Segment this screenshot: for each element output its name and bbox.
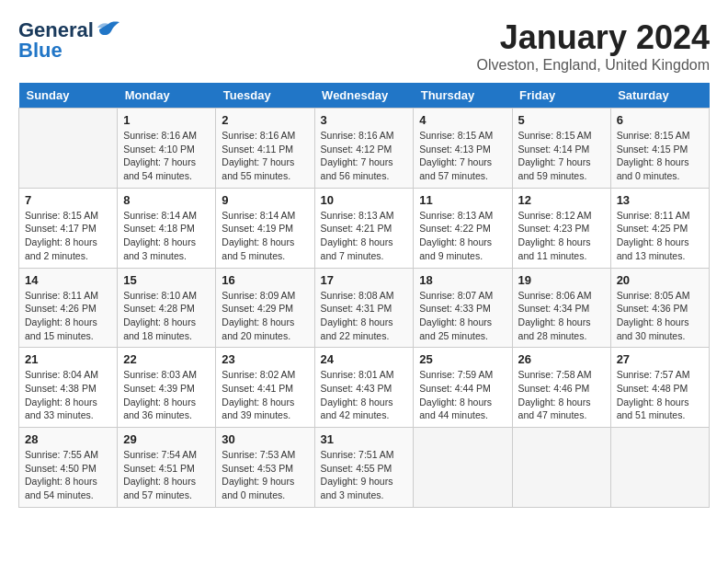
day-info: Sunrise: 7:57 AM Sunset: 4:48 PM Dayligh… [617,368,703,422]
page-header: General Blue January 2024 Olveston, Engl… [18,18,710,74]
sunrise-text: Sunrise: 8:11 AM [617,210,690,221]
daylight-text: Daylight: 8 hours and 44 minutes. [419,396,492,421]
sunset-text: Sunset: 4:50 PM [25,463,97,474]
day-number: 28 [25,432,111,446]
day-number: 29 [123,432,210,446]
weekday-header-monday: Monday [118,83,216,109]
day-number: 21 [25,352,111,366]
calendar-cell: 9 Sunrise: 8:14 AM Sunset: 4:19 PM Dayli… [216,188,314,268]
calendar-cell [414,428,512,508]
day-number: 5 [518,113,605,127]
calendar-cell: 24 Sunrise: 8:01 AM Sunset: 4:43 PM Dayl… [314,348,414,428]
sunset-text: Sunset: 4:19 PM [222,223,293,234]
sunrise-text: Sunrise: 8:03 AM [123,369,197,380]
day-info: Sunrise: 8:13 AM Sunset: 4:21 PM Dayligh… [321,209,408,263]
sunrise-text: Sunrise: 7:53 AM [222,449,295,460]
daylight-text: Daylight: 7 hours and 59 minutes. [518,156,591,181]
weekday-header-saturday: Saturday [610,83,709,109]
sunset-text: Sunset: 4:39 PM [123,383,195,394]
daylight-text: Daylight: 7 hours and 57 minutes. [419,156,492,181]
sunset-text: Sunset: 4:12 PM [321,144,392,155]
sunset-text: Sunset: 4:18 PM [123,223,195,234]
day-info: Sunrise: 8:16 AM Sunset: 4:12 PM Dayligh… [321,129,408,183]
sunrise-text: Sunrise: 8:13 AM [321,210,394,221]
sunrise-text: Sunrise: 8:10 AM [123,290,197,301]
daylight-text: Daylight: 8 hours and 47 minutes. [518,396,591,421]
calendar-cell: 11 Sunrise: 8:13 AM Sunset: 4:22 PM Dayl… [414,188,512,268]
daylight-text: Daylight: 7 hours and 54 minutes. [123,156,196,181]
calendar-cell: 22 Sunrise: 8:03 AM Sunset: 4:39 PM Dayl… [118,348,216,428]
day-info: Sunrise: 8:02 AM Sunset: 4:41 PM Dayligh… [222,368,308,422]
calendar-cell: 3 Sunrise: 8:16 AM Sunset: 4:12 PM Dayli… [314,109,414,189]
day-number: 13 [617,193,703,207]
day-info: Sunrise: 8:15 AM Sunset: 4:15 PM Dayligh… [617,129,703,183]
day-number: 7 [25,193,111,207]
weekday-header-sunday: Sunday [19,83,118,109]
calendar-cell [512,428,610,508]
day-number: 23 [222,352,308,366]
daylight-text: Daylight: 8 hours and 22 minutes. [321,316,393,341]
sunrise-text: Sunrise: 8:16 AM [222,130,295,141]
day-info: Sunrise: 8:06 AM Sunset: 4:34 PM Dayligh… [518,289,605,343]
sunrise-text: Sunrise: 8:01 AM [321,369,394,380]
calendar-cell: 10 Sunrise: 8:13 AM Sunset: 4:21 PM Dayl… [314,188,414,268]
sunrise-text: Sunrise: 8:05 AM [617,290,690,301]
daylight-text: Daylight: 8 hours and 54 minutes. [25,476,97,500]
sunset-text: Sunset: 4:22 PM [419,223,491,234]
daylight-text: Daylight: 9 hours and 3 minutes. [321,476,393,500]
sunrise-text: Sunrise: 8:12 AM [518,210,592,221]
daylight-text: Daylight: 8 hours and 18 minutes. [123,316,196,341]
daylight-text: Daylight: 8 hours and 3 minutes. [123,236,196,261]
calendar-cell: 27 Sunrise: 7:57 AM Sunset: 4:48 PM Dayl… [610,348,709,428]
daylight-text: Daylight: 8 hours and 13 minutes. [617,236,689,261]
daylight-text: Daylight: 8 hours and 30 minutes. [617,316,689,341]
day-info: Sunrise: 8:10 AM Sunset: 4:28 PM Dayligh… [123,289,210,343]
day-info: Sunrise: 8:11 AM Sunset: 4:26 PM Dayligh… [25,289,111,343]
calendar-cell: 2 Sunrise: 8:16 AM Sunset: 4:11 PM Dayli… [216,109,314,189]
calendar-cell: 18 Sunrise: 8:07 AM Sunset: 4:33 PM Dayl… [414,268,512,348]
daylight-text: Daylight: 9 hours and 0 minutes. [222,476,294,500]
day-number: 19 [518,273,605,287]
daylight-text: Daylight: 8 hours and 39 minutes. [222,396,294,421]
day-number: 11 [419,193,506,207]
day-info: Sunrise: 7:58 AM Sunset: 4:46 PM Dayligh… [518,368,605,422]
calendar-table: SundayMondayTuesdayWednesdayThursdayFrid… [18,83,710,508]
month-title: January 2024 [477,18,710,57]
sunset-text: Sunset: 4:36 PM [617,303,688,314]
calendar-week-row: 28 Sunrise: 7:55 AM Sunset: 4:50 PM Dayl… [19,428,710,508]
sunrise-text: Sunrise: 7:54 AM [123,449,197,460]
sunrise-text: Sunrise: 7:59 AM [419,369,493,380]
day-number: 18 [419,273,506,287]
calendar-cell: 4 Sunrise: 8:15 AM Sunset: 4:13 PM Dayli… [414,109,512,189]
day-number: 8 [123,193,210,207]
sunrise-text: Sunrise: 8:14 AM [123,210,197,221]
calendar-cell: 16 Sunrise: 8:09 AM Sunset: 4:29 PM Dayl… [216,268,314,348]
calendar-cell: 17 Sunrise: 8:08 AM Sunset: 4:31 PM Dayl… [314,268,414,348]
logo: General Blue [18,18,121,63]
day-number: 16 [222,273,308,287]
day-number: 3 [321,113,408,127]
day-number: 22 [123,352,210,366]
sunrise-text: Sunrise: 8:09 AM [222,290,295,301]
logo-blue: Blue [18,39,63,63]
day-info: Sunrise: 8:15 AM Sunset: 4:14 PM Dayligh… [518,129,605,183]
sunrise-text: Sunrise: 7:55 AM [25,449,98,460]
day-info: Sunrise: 7:54 AM Sunset: 4:51 PM Dayligh… [123,448,210,502]
calendar-cell: 19 Sunrise: 8:06 AM Sunset: 4:34 PM Dayl… [512,268,610,348]
daylight-text: Daylight: 8 hours and 9 minutes. [419,236,492,261]
day-info: Sunrise: 8:14 AM Sunset: 4:19 PM Dayligh… [222,209,308,263]
sunrise-text: Sunrise: 8:15 AM [25,210,98,221]
sunrise-text: Sunrise: 8:04 AM [25,369,98,380]
day-info: Sunrise: 8:15 AM Sunset: 4:13 PM Dayligh… [419,129,506,183]
calendar-cell: 14 Sunrise: 8:11 AM Sunset: 4:26 PM Dayl… [19,268,118,348]
calendar-week-row: 7 Sunrise: 8:15 AM Sunset: 4:17 PM Dayli… [19,188,710,268]
day-number: 9 [222,193,308,207]
calendar-cell: 1 Sunrise: 8:16 AM Sunset: 4:10 PM Dayli… [118,109,216,189]
calendar-header-row: SundayMondayTuesdayWednesdayThursdayFrid… [19,83,710,109]
daylight-text: Daylight: 8 hours and 11 minutes. [518,236,591,261]
day-number: 10 [321,193,408,207]
day-info: Sunrise: 8:04 AM Sunset: 4:38 PM Dayligh… [25,368,111,422]
logo-bird-icon [96,20,121,40]
calendar-cell: 13 Sunrise: 8:11 AM Sunset: 4:25 PM Dayl… [610,188,709,268]
sunset-text: Sunset: 4:11 PM [222,144,293,155]
